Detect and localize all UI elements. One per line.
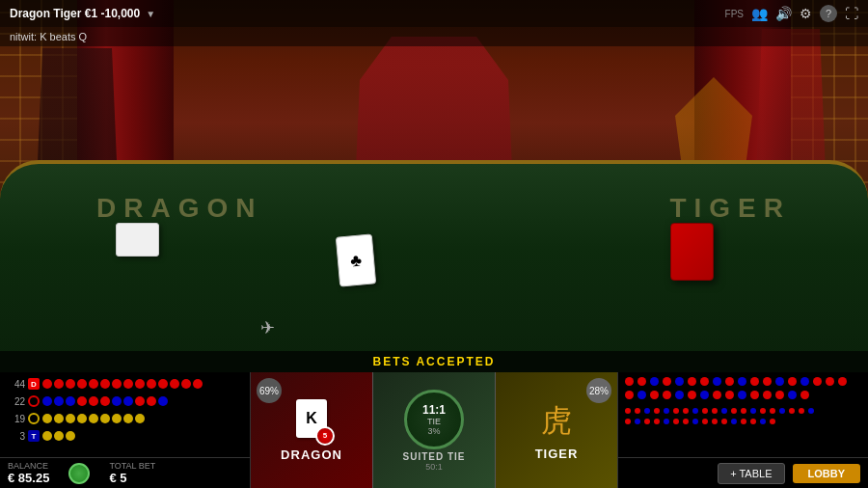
bets-banner-text: BETS ACCEPTED — [373, 355, 496, 368]
stats-rows: 44 D — [0, 372, 250, 457]
tiger-percent: 28% — [586, 378, 611, 403]
settings-icon[interactable]: ⚙ — [800, 6, 812, 21]
dragon-percent: 69% — [257, 378, 282, 403]
card-on-table: ♣ — [336, 233, 376, 286]
balance-label: BALANCE — [8, 461, 49, 471]
table-tiger-label: TIGER — [669, 193, 791, 199]
tiger-char: 虎 — [541, 400, 572, 443]
stats-footer: BALANCE € 85.25 TOTAL BET € 5 — [0, 457, 250, 488]
card-deck-dragon — [116, 223, 159, 257]
bet-zones: 69% K 5 DRAGON 11:1 TIE 3% — [251, 372, 617, 488]
status-bar: nitwit: K beats Q — [0, 27, 868, 46]
game-title: Dragon Tiger €1 -10,000 — [10, 7, 140, 20]
tie-inner-label: TIE — [427, 417, 441, 426]
stats-num-2: 22 — [6, 396, 25, 407]
badge-D: D — [28, 378, 40, 390]
game-container: DRAGON TIGER ♣ Dragon Tiger €1 -10,000 ▼… — [0, 0, 868, 488]
fullscreen-icon[interactable]: ⛶ — [845, 6, 858, 21]
fps-display: FPS — [725, 9, 744, 19]
balance-value: € 85.25 — [8, 471, 49, 485]
stats-row-3: 19 — [6, 411, 244, 426]
table-surface: DRAGON TIGER — [0, 160, 868, 372]
dragon-chip: 5 — [315, 426, 335, 446]
top-bar: Dragon Tiger €1 -10,000 ▼ FPS 👥 🔊 ⚙ ? ⛶ — [0, 0, 868, 27]
stats-row-4: 3 T — [6, 428, 244, 444]
bet-zone-tie[interactable]: 11:1 TIE 3% SUITED TIE 50:1 — [373, 372, 496, 488]
chip-display — [68, 463, 90, 484]
stats-num-1: 44 — [6, 379, 25, 390]
right-dots-grid — [618, 372, 868, 457]
right-dots-row-1 — [624, 376, 862, 387]
stats-row-1: 44 D — [6, 376, 244, 392]
tie-circle: 11:1 TIE 3% — [404, 390, 464, 449]
right-dots-row-3 — [624, 407, 862, 415]
balance-section: BALANCE € 85.25 — [8, 461, 49, 485]
table-dragon-label: DRAGON — [96, 193, 262, 199]
dragon-mini-card: K 5 — [296, 399, 327, 438]
status-text: nitwit: K beats Q — [10, 31, 87, 42]
center-bets: 69% K 5 DRAGON 11:1 TIE 3% — [251, 372, 617, 488]
bet-zone-dragon[interactable]: 69% K 5 DRAGON — [251, 372, 373, 488]
right-stats-panel: + TABLE LOBBY — [617, 372, 868, 488]
total-bet-section: TOTAL BET € 5 — [109, 461, 155, 485]
card-suit: ♣ — [349, 250, 363, 271]
users-icon[interactable]: 👥 — [751, 6, 768, 21]
total-bet-value: € 5 — [109, 471, 155, 485]
card-deck-tiger — [670, 223, 714, 281]
bets-banner: BETS ACCEPTED — [0, 351, 868, 372]
total-bet-label: TOTAL BET — [109, 461, 155, 471]
table-button[interactable]: + TABLE — [718, 463, 784, 484]
stats-num-4: 3 — [6, 431, 25, 442]
help-icon[interactable]: ? — [820, 5, 837, 22]
stats-num-3: 19 — [6, 414, 25, 424]
dragon-label: DRAGON — [281, 447, 342, 462]
stats-row-2: 22 — [6, 393, 244, 409]
bet-zone-tiger[interactable]: 28% 虎 TIGER — [496, 372, 617, 488]
right-dots-row-2 — [624, 390, 862, 400]
right-dots-row-4 — [624, 418, 862, 425]
chip-coin[interactable] — [68, 463, 90, 484]
top-bar-right: FPS 👥 🔊 ⚙ ? ⛶ — [725, 5, 858, 22]
right-footer: + TABLE LOBBY — [618, 457, 868, 488]
suited-tie-odds: 50:1 — [425, 462, 443, 472]
bottom-panel: 44 D — [0, 372, 868, 488]
paper-plane-area[interactable]: ✈ — [260, 317, 275, 339]
dragon-card-chip: K 5 — [296, 399, 327, 438]
tiger-label: TIGER — [535, 447, 579, 461]
left-stats-panel: 44 D — [0, 372, 251, 488]
title-arrow-icon: ▼ — [146, 9, 155, 19]
suited-tie-label: SUITED TIE — [402, 451, 465, 462]
badge-T: T — [28, 430, 40, 442]
sound-icon[interactable]: 🔊 — [775, 6, 792, 21]
tie-percent: 3% — [427, 426, 440, 436]
lobby-button[interactable]: LOBBY — [793, 464, 861, 483]
tie-ratio: 11:1 — [422, 403, 446, 417]
